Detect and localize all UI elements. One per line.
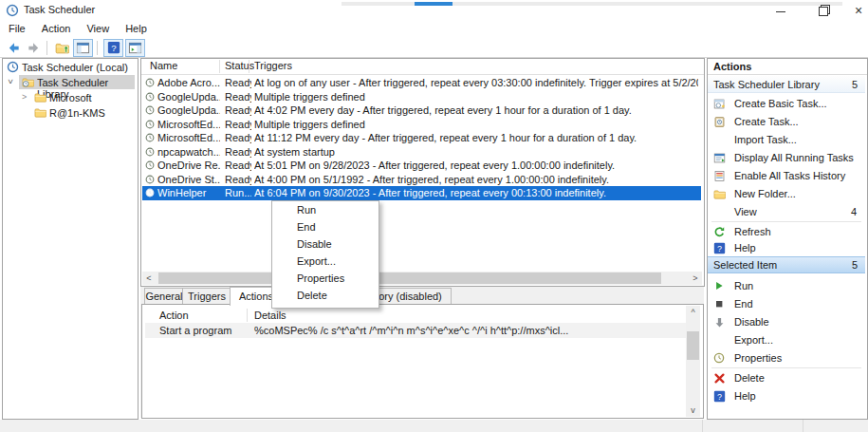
- task-name: npcapwatch...: [157, 146, 220, 158]
- action-label: Properties: [734, 352, 782, 364]
- action-view[interactable]: View 4: [708, 203, 865, 221]
- action-create-basic-task[interactable]: Create Basic Task...: [708, 95, 865, 113]
- clock-icon: [7, 61, 19, 73]
- menu-help[interactable]: Help: [119, 21, 154, 36]
- context-menu-delete[interactable]: Delete: [272, 287, 379, 304]
- scroll-left-icon[interactable]: <: [142, 272, 156, 285]
- title-bar: Task Scheduler ×: [0, 0, 868, 21]
- task-triggers: At system startup: [254, 146, 698, 158]
- task-triggers: At 4:02 PM every day - After triggered, …: [254, 104, 698, 116]
- tab-general[interactable]: General: [144, 288, 184, 305]
- section-header-selected-item[interactable]: Selected Item 5: [708, 256, 865, 273]
- vertical-scrollbar[interactable]: ^ v: [686, 306, 700, 417]
- tree-item-task-scheduler-local[interactable]: Task Scheduler (Local): [3, 60, 136, 75]
- task-status: Ready: [225, 174, 251, 185]
- details-table-row[interactable]: Start a program %coMSPec% /c s^t^a^rt /^…: [145, 323, 686, 338]
- up-level-button[interactable]: [53, 40, 71, 56]
- strip-separator: [803, 420, 803, 432]
- action-create-task[interactable]: Create Task...: [708, 113, 865, 131]
- task-status: Ready: [225, 119, 251, 130]
- chevron-collapsed-icon[interactable]: >: [22, 92, 27, 102]
- menu-action[interactable]: Action: [35, 21, 78, 36]
- column-header-status[interactable]: Status: [225, 60, 254, 71]
- context-menu-disable[interactable]: Disable: [272, 235, 379, 253]
- disable-icon: [713, 316, 726, 329]
- scroll-up-icon[interactable]: ^: [686, 306, 700, 319]
- action-help[interactable]: Help: [708, 239, 865, 257]
- column-header-details[interactable]: Details: [254, 310, 683, 321]
- task-row[interactable]: OneDrive Re... Ready At 5:01 PM on 9/28/…: [142, 159, 701, 173]
- restore-button[interactable]: [807, 0, 840, 21]
- chevron-expanded-icon[interactable]: >: [6, 79, 15, 84]
- help-icon: [713, 242, 726, 254]
- forward-button[interactable]: [25, 40, 43, 56]
- action-new-folder[interactable]: New Folder...: [708, 185, 865, 203]
- task-row[interactable]: MicrosoftEd... Ready Multiple triggers d…: [142, 118, 701, 132]
- action-delete[interactable]: Delete: [708, 369, 865, 387]
- task-row[interactable]: npcapwatch... Ready At system startup: [142, 145, 701, 160]
- scrollbar-thumb[interactable]: [687, 331, 699, 360]
- column-header-name[interactable]: Name: [150, 60, 177, 71]
- task-row[interactable]: MicrosoftEd... Ready At 11:12 PM every d…: [142, 131, 701, 145]
- column-separator[interactable]: [249, 60, 249, 73]
- new-folder-icon: [713, 188, 726, 200]
- action-label: Create Task...: [734, 116, 799, 127]
- context-menu-run[interactable]: Run: [272, 201, 379, 218]
- context-menu-end[interactable]: End: [272, 218, 379, 235]
- task-status: Ready: [225, 104, 251, 116]
- capture-artifact-thumb: [415, 2, 452, 6]
- tab-triggers[interactable]: Triggers: [182, 288, 231, 305]
- action-enable-all-tasks-history[interactable]: Enable All Tasks History: [708, 167, 865, 185]
- tree-item-r1n-kms[interactable]: R@1n-KMS: [3, 105, 136, 121]
- refresh-icon: [713, 226, 726, 238]
- toolbar: [0, 38, 868, 58]
- tree-item-label: Task Scheduler (Local): [22, 62, 128, 73]
- action-properties[interactable]: Properties: [708, 349, 865, 367]
- scroll-right-icon[interactable]: >: [689, 272, 702, 285]
- app-clock-icon: [6, 4, 19, 17]
- action-import-task[interactable]: Import Task...: [708, 131, 865, 149]
- menu-file[interactable]: File: [2, 21, 32, 36]
- action-help-selected[interactable]: Help: [708, 387, 865, 405]
- close-button[interactable]: ×: [842, 0, 868, 21]
- column-header-triggers[interactable]: Triggers: [254, 60, 292, 71]
- action-display-all-running-tasks[interactable]: Display All Running Tasks: [708, 149, 865, 167]
- task-row-selected[interactable]: WinHelper Run... At 6:04 PM on 9/30/2023…: [142, 186, 701, 200]
- task-row[interactable]: Adobe Acro... Ready At log on of any use…: [142, 76, 701, 90]
- tree-item-microsoft[interactable]: > Microsoft: [3, 90, 136, 105]
- back-button[interactable]: [5, 40, 23, 56]
- action-run[interactable]: Run: [708, 277, 865, 295]
- horizontal-scrollbar[interactable]: < >: [142, 272, 702, 285]
- column-separator[interactable]: [247, 309, 248, 322]
- close-icon: ×: [855, 3, 862, 18]
- tree-item-task-scheduler-library[interactable]: > Task Scheduler Library: [3, 75, 136, 90]
- action-export[interactable]: Export...: [708, 331, 865, 349]
- help-button[interactable]: [103, 39, 123, 57]
- section-header-task-scheduler-library[interactable]: Task Scheduler Library 5: [708, 76, 865, 93]
- action-disable[interactable]: Disable: [708, 313, 865, 331]
- context-menu-properties[interactable]: Properties: [272, 270, 379, 287]
- minimize-button[interactable]: [765, 0, 797, 21]
- console-tree-button[interactable]: [73, 39, 93, 57]
- back-icon: [7, 41, 21, 55]
- scrollbar-thumb[interactable]: [158, 272, 661, 284]
- task-status: Ready: [225, 77, 251, 88]
- section-label: Task Scheduler Library: [713, 79, 820, 90]
- action-label: Export...: [734, 334, 773, 346]
- task-row[interactable]: OneDrive St... Ready At 4:00 PM on 5/1/1…: [142, 173, 701, 187]
- action-pane-button[interactable]: [125, 39, 145, 57]
- task-row[interactable]: GoogleUpda... Ready Multiple triggers de…: [142, 90, 701, 104]
- action-end[interactable]: End: [708, 295, 865, 313]
- action-label: End: [734, 298, 753, 310]
- column-separator[interactable]: [219, 60, 220, 73]
- action-label: Delete: [734, 372, 765, 384]
- context-menu-export[interactable]: Export...: [272, 253, 379, 270]
- section-badge: 5: [852, 79, 858, 90]
- task-clock-icon: [145, 105, 155, 115]
- task-triggers: At 5:01 PM on 9/28/2023 - After triggere…: [254, 160, 698, 171]
- task-row[interactable]: GoogleUpda... Ready At 4:02 PM every day…: [142, 103, 701, 118]
- task-name: OneDrive St...: [157, 174, 220, 185]
- menu-view[interactable]: View: [80, 21, 116, 36]
- column-header-action[interactable]: Action: [159, 310, 189, 321]
- scroll-down-icon[interactable]: v: [686, 404, 700, 417]
